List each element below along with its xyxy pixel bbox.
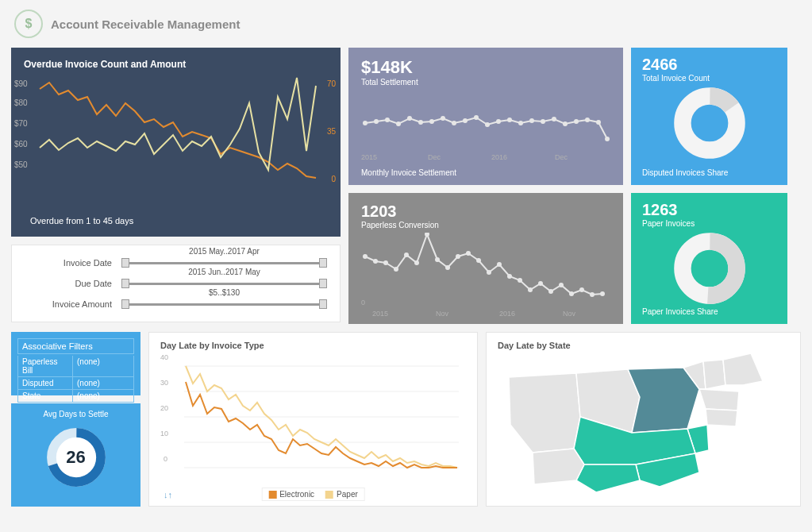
svg-point-23 [363, 254, 368, 259]
assoc-row-disputed[interactable]: Disputed (none) [17, 377, 134, 390]
svg-point-15 [529, 118, 534, 123]
assoc-title: Associative Filters [17, 338, 134, 354]
svg-point-10 [474, 115, 479, 120]
y-left-80: $80 [14, 98, 28, 107]
due-date-value: 2015 Jun..2017 May [121, 268, 327, 276]
swatch-paper-icon [325, 491, 333, 499]
settlement-sub: Monthly Invoice Settlement [361, 168, 456, 177]
y-right-70: 70 [327, 79, 336, 88]
paperless-tnov2: Nov [563, 310, 575, 318]
svg-point-11 [485, 122, 490, 127]
svg-point-8 [452, 121, 456, 125]
paperless-t2016: 2016 [499, 310, 515, 318]
type-y20: 20 [160, 404, 168, 412]
assoc-val-state: (none) [73, 390, 134, 403]
svg-point-36 [497, 262, 502, 267]
overdue-title: Overdue Invoice Count and Amount [24, 59, 328, 70]
type-y0: 0 [164, 455, 167, 463]
state-map[interactable] [501, 353, 787, 496]
svg-point-22 [605, 137, 610, 141]
y-left-50: $50 [14, 160, 28, 169]
svg-point-24 [373, 259, 378, 264]
sort-icon[interactable]: ↓↑ [164, 490, 172, 499]
settlement-label: Total Settlement [361, 78, 610, 87]
paperless-label: Paperless Conversion [361, 221, 610, 229]
assoc-row-paperless[interactable]: Paperless Bill (none) [17, 356, 134, 377]
type-y30: 30 [160, 379, 168, 387]
svg-point-31 [445, 265, 450, 270]
svg-point-13 [507, 118, 512, 122]
svg-point-34 [476, 258, 481, 263]
paper-donut-label: Paper Invoices Share [642, 307, 718, 316]
settle-tick-dec1: Dec [428, 153, 441, 161]
disputed-donut-label: Disputed Invoices Share [642, 168, 728, 177]
assoc-key-disputed: Disputed [17, 377, 73, 390]
y-left-70: $70 [14, 119, 28, 128]
y-right-0: 0 [331, 175, 336, 183]
total-invoice-label: Total Invoice Count [642, 74, 776, 83]
y-right-35: 35 [327, 127, 336, 136]
svg-point-33 [466, 251, 471, 256]
settle-tick-2015: 2015 [361, 153, 377, 161]
assoc-val-paperless: (none) [73, 356, 134, 377]
svg-point-45 [590, 292, 595, 297]
svg-point-27 [404, 253, 409, 257]
avg-days-title: Avg Days to Settle [11, 410, 140, 418]
svg-point-43 [569, 291, 574, 296]
paper-invoices-card: 1263 Paper Invoices Paper Invoices Share [631, 193, 787, 324]
paperless-card: 1203 Paperless Conversion 0 2015 Nov 201… [348, 193, 623, 324]
svg-point-12 [496, 119, 501, 124]
svg-point-14 [518, 121, 523, 125]
disputed-donut [674, 87, 745, 159]
day-late-by-type-card: Day Late by Invoice Type 40 30 20 10 0 ↓… [148, 332, 478, 507]
map-title: Day Late by State [498, 341, 789, 350]
svg-point-1 [374, 119, 379, 124]
svg-point-42 [559, 283, 564, 287]
svg-point-38 [518, 278, 522, 283]
svg-point-39 [528, 287, 533, 292]
paperless-tnov1: Nov [436, 310, 448, 318]
legend-electronic: Electronic [279, 490, 314, 499]
svg-point-25 [383, 260, 388, 265]
assoc-val-disputed: (none) [73, 377, 134, 390]
invoice-amount-slider[interactable]: $5..$130 [121, 298, 327, 310]
svg-point-19 [574, 119, 579, 124]
due-date-label: Due Date [25, 279, 112, 288]
svg-point-28 [414, 260, 419, 265]
app-logo-icon: $ [14, 10, 43, 38]
assoc-key-paperless: Paperless Bill [17, 356, 73, 377]
svg-point-3 [396, 121, 401, 126]
settle-tick-dec2: Dec [555, 153, 568, 161]
svg-point-30 [435, 257, 440, 262]
invoice-date-value: 2015 May..2017 Apr [121, 247, 327, 256]
svg-point-2 [385, 118, 390, 122]
svg-point-32 [456, 254, 460, 259]
associative-filters: Associative Filters Paperless Bill (none… [11, 332, 140, 395]
assoc-key-state: State [17, 390, 73, 403]
svg-point-20 [585, 118, 590, 122]
header: $ Account Receivable Management [0, 0, 812, 48]
invoice-date-label: Invoice Date [25, 258, 112, 268]
svg-point-9 [463, 118, 468, 123]
svg-point-18 [563, 121, 568, 126]
paperless-y0: 0 [361, 299, 365, 306]
assoc-row-state[interactable]: State (none) [17, 390, 134, 403]
invoice-amount-value: $5..$130 [121, 288, 327, 297]
svg-point-40 [538, 281, 543, 286]
svg-point-7 [441, 116, 445, 121]
svg-point-21 [596, 120, 601, 125]
paper-donut [674, 233, 745, 304]
invoice-amount-label: Invoice Amount [25, 299, 112, 309]
svg-point-17 [552, 117, 556, 121]
svg-point-35 [487, 270, 491, 275]
svg-point-4 [407, 116, 412, 121]
settle-tick-2016: 2016 [491, 153, 507, 161]
page-title: Account Receivable Management [51, 17, 240, 31]
settlement-chart [361, 91, 610, 155]
paper-label: Paper Invoices [642, 219, 776, 228]
svg-point-37 [507, 274, 512, 279]
paperless-value: 1203 [361, 202, 610, 221]
type-y40: 40 [160, 353, 168, 361]
day-late-by-state-card: Day Late by State [486, 332, 801, 507]
svg-point-0 [363, 121, 368, 125]
